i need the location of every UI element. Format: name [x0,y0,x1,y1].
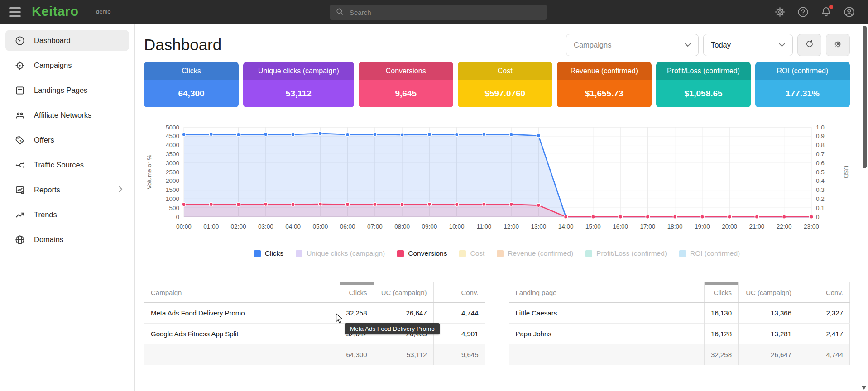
bell-icon[interactable] [820,6,832,18]
stat-card-cost[interactable]: Cost$597.0760 [458,62,552,107]
footer-total-cell: 32,258 [705,344,739,365]
svg-text:09:00: 09:00 [422,223,437,230]
search-bar[interactable] [330,5,547,20]
column-header-conv-[interactable]: Conv. [798,282,850,303]
legend-item-unique-clicks-campaign-[interactable]: Unique clicks (campaign) [296,249,385,257]
stat-card-value: $597.0760 [458,80,552,107]
stat-card-value: 64,300 [144,80,239,107]
sidebar-item-landings-pages[interactable]: Landings Pages [5,80,129,101]
sidebar-item-domains[interactable]: Domains [5,229,129,250]
svg-text:500: 500 [169,205,179,211]
account-icon[interactable] [843,6,855,18]
stat-card-conversions[interactable]: Conversions9,645 [359,62,453,107]
campaigns-filter-select[interactable]: Campaigns [566,34,699,56]
scrollbar-down-arrow[interactable] [861,386,867,390]
footer-total-cell [509,344,705,365]
row-value-cell: 32,258 [340,303,374,324]
logo-demo-badge: demo [96,8,111,15]
footer-total-cell: 64,300 [340,344,374,365]
sidebar-item-reports[interactable]: Reports [5,179,129,200]
svg-text:15:00: 15:00 [585,223,601,230]
column-header-landing-page[interactable]: Landing page [509,282,705,303]
svg-text:04:00: 04:00 [285,223,301,230]
stat-card-label: Unique clicks (campaign) [243,62,354,80]
legend-item-roi-confirmed-[interactable]: ROI (confirmed) [679,249,740,257]
sidebar-item-label: Offers [34,136,54,144]
table-row[interactable]: Meta Ads Food Delivery Promo32,25826,647… [144,303,485,324]
help-icon[interactable] [797,6,809,18]
svg-text:4000: 4000 [166,142,179,148]
gear-icon[interactable] [774,6,786,18]
row-name-cell: Papa Johns [509,324,705,344]
notification-badge [829,5,833,9]
svg-text:05:00: 05:00 [312,223,328,230]
page-title: Dashboard [144,36,221,54]
row-value-cell: 2,417 [798,324,850,344]
stat-card-value: $1,655.73 [557,80,652,107]
row-name-cell: Meta Ads Food Delivery Promo [144,303,340,324]
legend-item-clicks[interactable]: Clicks [254,249,283,257]
svg-text:23:00: 23:00 [804,223,819,230]
svg-text:0: 0 [176,214,179,220]
sidebar-item-traffic-sources[interactable]: Traffic Sources [5,154,129,176]
legend-item-profit-loss-confirmed-[interactable]: Profit/Loss (confirmed) [585,249,667,257]
row-name-cell: Little Caesars [509,303,705,324]
reports-icon [14,185,25,196]
svg-text:17:00: 17:00 [640,223,656,230]
stat-card-roi-confirmed-[interactable]: ROI (confirmed)177.31% [755,62,850,107]
column-header-uc-campaign-[interactable]: UC (campaign) [739,282,798,303]
table-row[interactable]: Little Caesars16,13013,3662,327 [509,303,850,324]
column-header-conv-[interactable]: Conv. [433,282,485,303]
sidebar-item-affiliate-networks[interactable]: Affiliate Networks [5,105,129,126]
scrollbar-thumb[interactable] [863,26,867,168]
app-logo: Keitaro [32,4,78,19]
search-input[interactable] [349,8,541,17]
date-range-select[interactable]: Today [703,34,793,56]
legend-item-conversions[interactable]: Conversions [397,249,447,257]
menu-toggle-icon[interactable] [9,7,21,17]
stat-card-unique-clicks-campaign-[interactable]: Unique clicks (campaign)53,112 [243,62,354,107]
table-row[interactable]: Papa Johns16,12813,2812,417 [509,324,850,344]
chevron-down-icon [779,41,785,49]
sidebar-item-dashboard[interactable]: Dashboard [5,30,129,51]
legend-item-revenue-confirmed-[interactable]: Revenue (confirmed) [497,249,573,257]
sort-indicator [340,282,374,285]
svg-text:5000: 5000 [166,124,179,131]
column-header-campaign[interactable]: Campaign [144,282,340,303]
column-header-clicks[interactable]: Clicks [340,282,374,303]
sidebar-item-campaigns[interactable]: Campaigns [5,55,129,76]
row-value-cell: 4,744 [433,303,485,324]
sidebar-item-label: Campaigns [34,61,72,70]
dashboard-settings-button[interactable] [826,34,850,56]
column-header-uc-campaign-[interactable]: UC (campaign) [374,282,433,303]
table-header-row: CampaignClicksUC (campaign)Conv. [144,282,485,303]
sidebar-item-offers[interactable]: sOffers [5,129,129,151]
summary-tables: CampaignClicksUC (campaign)Conv.Meta Ads… [144,282,850,365]
domains-icon [14,234,25,245]
stat-card-profit-loss-confirmed-[interactable]: Profit/Loss (confirmed)$1,058.65 [656,62,751,107]
row-tooltip: Meta Ads Food Delivery Promo [345,323,440,334]
mouse-cursor [336,313,344,326]
table-footer-row: 64,30053,1129,645 [144,344,485,365]
topbar-icons [774,6,855,18]
stat-card-revenue-confirmed-[interactable]: Revenue (confirmed)$1,655.73 [557,62,652,107]
column-header-clicks[interactable]: Clicks [705,282,739,303]
svg-text:10:00: 10:00 [449,223,465,230]
refresh-button[interactable] [797,34,821,56]
stat-card-clicks[interactable]: Clicks64,300 [144,62,239,107]
svg-text:3000: 3000 [166,160,179,167]
legend-item-cost[interactable]: Cost [459,249,484,257]
table-header-row: Landing pageClicksUC (campaign)Conv. [509,282,850,303]
campaigns-icon [14,60,25,71]
affiliate-networks-icon [14,110,25,121]
campaigns-filter-value: Campaigns [574,41,611,49]
svg-text:0.6: 0.6 [816,160,825,167]
search-icon [336,7,344,18]
svg-text:14:00: 14:00 [558,223,574,230]
sidebar-item-label: Trends [34,210,57,219]
landings-table: Landing pageClicksUC (campaign)Conv.Litt… [509,282,850,365]
legend-swatch [497,250,504,257]
svg-text:0: 0 [816,214,820,220]
stat-card-value: 9,645 [359,80,453,107]
sidebar-item-trends[interactable]: Trends [5,204,129,225]
